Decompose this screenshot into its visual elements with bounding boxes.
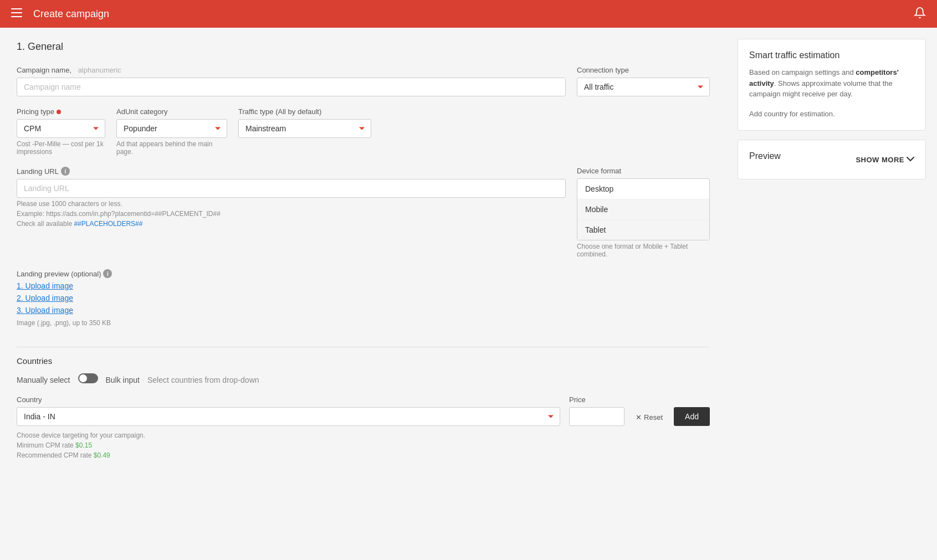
adunit-category-hint: Ad that appears behind the main page. xyxy=(116,140,227,156)
svg-rect-0 xyxy=(11,8,22,9)
country-label: Country xyxy=(17,395,560,404)
menu-icon[interactable] xyxy=(11,8,22,20)
row-pricing-adunit-traffic: Pricing type CPM CPC CPA Cost -Per-Mille… xyxy=(17,107,710,156)
min-cpm-value[interactable]: $0.15 xyxy=(75,441,92,449)
countries-divider xyxy=(17,347,710,347)
landing-url-hint2: Example: https://ads.com/in.php?placemen… xyxy=(17,210,566,218)
country-select[interactable]: India - IN United States - US xyxy=(17,407,560,426)
add-button[interactable]: Add xyxy=(674,407,710,426)
manually-select-toggle[interactable] xyxy=(78,373,98,383)
pricing-type-hint: Cost -Per-Mille — cost per 1k impression… xyxy=(17,140,105,156)
device-format-group: Device format Desktop Mobile Tablet Choo… xyxy=(577,167,710,258)
adunit-category-label: AdUnit category xyxy=(116,107,227,116)
device-item-mobile[interactable]: Mobile xyxy=(577,199,709,220)
right-panel: Smart traffic estimation Based on campai… xyxy=(726,28,937,560)
adunit-category-select[interactable]: Popunder Banner Native xyxy=(116,119,227,138)
notification-bell-icon[interactable] xyxy=(914,7,926,22)
page-layout: 1. General Campaign name, alphanumeric C… xyxy=(0,28,937,560)
traffic-type-group: Traffic type (All by default) Mainstream… xyxy=(238,107,371,156)
landing-preview-info-icon[interactable]: i xyxy=(103,269,112,278)
device-item-desktop[interactable]: Desktop xyxy=(577,179,709,199)
show-more-button[interactable]: SHOW MORE xyxy=(856,156,914,164)
preview-card: Preview SHOW MORE xyxy=(738,140,926,179)
smart-traffic-card: Smart traffic estimation Based on campai… xyxy=(738,39,926,131)
section-title: 1. General xyxy=(17,41,710,53)
landing-preview-label: Landing preview (optional) i xyxy=(17,269,710,278)
bulk-input-label: Bulk input xyxy=(106,376,140,384)
upload-image-3[interactable]: 3. Upload image xyxy=(17,306,710,315)
svg-rect-1 xyxy=(11,12,22,13)
row-landing-device: Landing URL i Please use 1000 characters… xyxy=(17,167,710,258)
reset-button[interactable]: ✕ Reset xyxy=(633,409,665,426)
row-campaign-connection: Campaign name, alphanumeric Connection t… xyxy=(17,66,710,96)
campaign-name-label: Campaign name, alphanumeric xyxy=(17,66,566,74)
traffic-type-select[interactable]: Mainstream Adult xyxy=(238,119,371,138)
smart-traffic-description: Based on campaign settings and competito… xyxy=(749,67,914,100)
placeholders-link[interactable]: ##PLACEHOLDERS## xyxy=(74,220,142,228)
landing-url-hint3: Check all available ##PLACEHOLDERS## xyxy=(17,220,566,228)
upload-image-2[interactable]: 2. Upload image xyxy=(17,294,710,302)
select-countries-hint: Select countries from drop-down xyxy=(147,376,259,384)
header: Create campaign xyxy=(0,0,937,28)
recommended-cpm-info: Recommended CPM rate $0.49 xyxy=(17,451,710,459)
country-select-group: Country India - IN United States - US xyxy=(17,395,560,426)
landing-url-hint1: Please use 1000 characters or less. xyxy=(17,200,566,208)
preview-header: Preview SHOW MORE xyxy=(749,151,914,168)
device-item-tablet[interactable]: Tablet xyxy=(577,220,709,240)
pricing-type-select[interactable]: CPM CPC CPA xyxy=(17,119,105,138)
svg-rect-2 xyxy=(11,16,22,17)
chevron-down-icon xyxy=(907,156,914,164)
price-group: Price 0.91 xyxy=(569,395,624,426)
connection-type-group: Connection type All traffic WiFi only 3G… xyxy=(577,66,710,96)
x-icon: ✕ xyxy=(636,413,642,422)
device-format-list: Desktop Mobile Tablet xyxy=(577,178,710,240)
page-title: Create campaign xyxy=(33,8,914,20)
price-input[interactable]: 0.91 xyxy=(569,407,624,426)
min-cpm-info: Minimum CPM rate $0.15 xyxy=(17,441,710,449)
upload-hint: Image (.jpg, .png), up to 350 KB xyxy=(17,319,710,327)
campaign-name-input[interactable] xyxy=(17,78,566,96)
campaign-name-group: Campaign name, alphanumeric xyxy=(17,66,566,96)
adunit-category-select-wrapper: Popunder Banner Native xyxy=(116,119,227,138)
connection-type-select[interactable]: All traffic WiFi only 3G/4G only xyxy=(577,78,710,96)
upload-image-1[interactable]: 1. Upload image xyxy=(17,281,710,290)
landing-preview-group: Landing preview (optional) i 1. Upload i… xyxy=(17,269,710,338)
pricing-type-select-wrapper: CPM CPC CPA xyxy=(17,119,105,138)
connection-type-label: Connection type xyxy=(577,66,710,74)
landing-url-info-icon[interactable]: i xyxy=(61,167,70,176)
toggle-slider xyxy=(78,373,98,383)
landing-url-label: Landing URL i xyxy=(17,167,566,176)
required-dot xyxy=(57,110,61,114)
recommended-cpm-value[interactable]: $0.49 xyxy=(94,451,110,459)
countries-title: Countries xyxy=(17,356,710,366)
traffic-type-select-wrapper: Mainstream Adult xyxy=(238,119,371,138)
country-price-row: Country India - IN United States - US Pr… xyxy=(17,395,710,426)
pricing-type-group: Pricing type CPM CPC CPA Cost -Per-Mille… xyxy=(17,107,105,156)
smart-traffic-title: Smart traffic estimation xyxy=(749,50,914,60)
pricing-type-label: Pricing type xyxy=(17,107,105,116)
device-format-label: Device format xyxy=(577,167,710,175)
price-label: Price xyxy=(569,395,624,404)
landing-url-group: Landing URL i Please use 1000 characters… xyxy=(17,167,566,258)
preview-title: Preview xyxy=(749,151,781,161)
traffic-type-label: Traffic type (All by default) xyxy=(238,107,371,116)
manually-select-label: Manually select xyxy=(17,376,70,384)
landing-url-input[interactable] xyxy=(17,179,566,198)
upload-section: 1. Upload image 2. Upload image 3. Uploa… xyxy=(17,281,710,327)
adunit-category-group: AdUnit category Popunder Banner Native A… xyxy=(116,107,227,156)
connection-type-select-wrapper: All traffic WiFi only 3G/4G only xyxy=(577,78,710,96)
main-content: 1. General Campaign name, alphanumeric C… xyxy=(0,28,726,560)
countries-controls: Manually select Bulk input Select countr… xyxy=(17,373,710,387)
device-format-hint: Choose one format or Mobile + Tablet com… xyxy=(577,243,710,258)
country-select-wrapper: India - IN United States - US xyxy=(17,407,560,426)
device-targeting-hint: Choose device targeting for your campaig… xyxy=(17,431,710,439)
smart-traffic-footer: Add country for estimation. xyxy=(749,109,914,120)
